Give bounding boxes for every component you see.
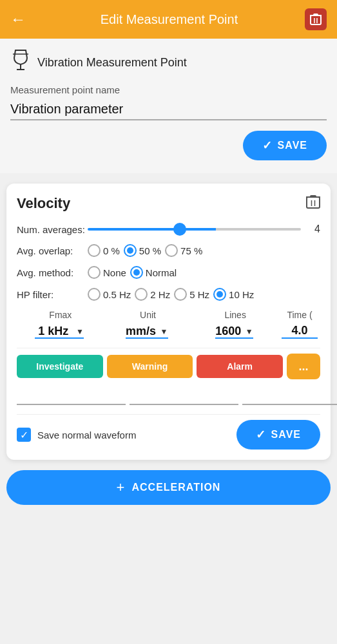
avg-method-radio-group: None Normal	[88, 266, 177, 279]
header: ← Edit Measurement Point	[0, 0, 337, 39]
warning-field[interactable]	[130, 386, 238, 405]
table-header-row: Fmax Unit Lines Time (	[17, 310, 320, 320]
col-header-fmax: Fmax	[17, 310, 104, 320]
hp-filter-row: HP filter: 0.5 Hz 2 Hz 5 Hz 10 Hz	[17, 288, 320, 301]
avg-overlap-radio-group: 0 % 50 % 75 %	[88, 244, 202, 257]
lines-select[interactable]: 800 1600 3200 6400	[215, 325, 253, 339]
card-delete-button[interactable]	[306, 194, 320, 213]
hp-filter-radio-group: 0.5 Hz 2 Hz 5 Hz 10 Hz	[88, 288, 254, 301]
fmax-dropdown-wrapper: 500 Hz 1 kHz 2 kHz 5 kHz ▼	[35, 325, 84, 339]
card-save-label: SAVE	[271, 429, 301, 440]
unit-cell: mm/s g in/s ▼	[104, 325, 189, 339]
avg-method-row: Avg. method: None Normal	[17, 266, 320, 279]
num-averages-value: 4	[307, 223, 320, 235]
dropdown-row: 500 Hz 1 kHz 2 kHz 5 kHz ▼ mm/s g in/s ▼	[17, 324, 320, 339]
avg-overlap-75[interactable]: 75 %	[165, 244, 202, 257]
add-acceleration-button[interactable]: + ACCELERATION	[6, 470, 331, 505]
card-header: Velocity	[17, 194, 320, 213]
hp-filter-0.5hz[interactable]: 0.5 Hz	[88, 288, 131, 301]
measurement-name-input[interactable]	[10, 99, 327, 120]
avg-overlap-0-circle	[88, 244, 101, 257]
hp-filter-0.5hz-circle	[88, 288, 101, 301]
avg-overlap-50[interactable]: 50 %	[124, 244, 161, 257]
time-input[interactable]	[282, 324, 318, 339]
num-averages-slider[interactable]	[88, 228, 301, 231]
avg-method-none-label: None	[103, 267, 126, 278]
save-waveform-checkbox[interactable]: ✓	[17, 428, 31, 442]
hp-filter-5hz[interactable]: 5 Hz	[174, 288, 209, 301]
lines-cell: 800 1600 3200 6400 ▼	[191, 325, 276, 339]
svg-rect-0	[311, 15, 321, 24]
unit-dropdown-wrapper: mm/s g in/s ▼	[126, 325, 168, 339]
investigate-button[interactable]: Investigate	[17, 355, 103, 378]
top-save-button[interactable]: ✓ SAVE	[243, 131, 327, 160]
measurement-type-label: Vibration Measurement Point	[37, 56, 187, 70]
hp-filter-10hz-circle	[213, 288, 226, 301]
alarm-button[interactable]: Alarm	[197, 355, 283, 378]
alarm-buttons-row: Investigate Warning Alarm ...	[17, 354, 320, 379]
hp-filter-10hz-label: 10 Hz	[229, 289, 254, 300]
time-cell	[279, 324, 320, 339]
num-averages-row: Num. averages: 4	[17, 223, 320, 235]
fmax-cell: 500 Hz 1 kHz 2 kHz 5 kHz ▼	[17, 325, 102, 339]
divider	[17, 348, 320, 348]
alarm-field[interactable]	[242, 386, 337, 405]
checkbox-check-icon: ✓	[20, 429, 28, 441]
col-header-unit: Unit	[104, 310, 192, 320]
hp-filter-5hz-circle	[174, 288, 187, 301]
avg-overlap-50-circle	[124, 244, 137, 257]
measurement-type-row: Vibration Measurement Point	[10, 49, 327, 77]
num-averages-slider-container: 4	[88, 223, 320, 235]
avg-overlap-75-circle	[165, 244, 178, 257]
warning-button[interactable]: Warning	[107, 355, 193, 378]
avg-method-label: Avg. method:	[17, 267, 88, 278]
avg-method-normal-label: Normal	[146, 267, 177, 278]
checkbox-group: ✓ Save normal waveform	[17, 428, 136, 442]
alarm-more-label: ...	[299, 360, 309, 374]
avg-overlap-0[interactable]: 0 %	[88, 244, 120, 257]
back-button[interactable]: ←	[10, 10, 26, 28]
save-waveform-label: Save normal waveform	[37, 430, 136, 440]
card-save-button[interactable]: ✓ SAVE	[236, 420, 320, 450]
investigate-field[interactable]	[17, 386, 126, 405]
card-save-check-icon: ✓	[256, 428, 266, 442]
velocity-card: Velocity Num. averages: 4 Avg. overlap: …	[6, 184, 331, 460]
header-delete-button[interactable]	[305, 8, 327, 30]
col-header-time: Time (	[279, 310, 320, 320]
avg-overlap-label: Avg. overlap:	[17, 245, 88, 256]
avg-overlap-75-label: 75 %	[180, 245, 202, 256]
num-averages-label: Num. averages:	[17, 224, 88, 235]
avg-method-none-circle	[88, 266, 101, 279]
unit-select[interactable]: mm/s g in/s	[126, 325, 168, 339]
card-title: Velocity	[17, 195, 70, 212]
hp-filter-2hz[interactable]: 2 Hz	[135, 288, 170, 301]
alarm-more-button[interactable]: ...	[287, 354, 320, 379]
hp-filter-5hz-label: 5 Hz	[189, 289, 209, 300]
checkbox-save-row: ✓ Save normal waveform ✓ SAVE	[17, 420, 320, 450]
top-section: Vibration Measurement Point Measurement …	[0, 39, 337, 173]
alarm-fields-row	[17, 386, 320, 405]
top-save-label: SAVE	[278, 140, 307, 151]
avg-method-normal[interactable]: Normal	[130, 266, 177, 279]
hp-filter-2hz-label: 2 Hz	[150, 289, 170, 300]
col-header-lines: Lines	[191, 310, 279, 320]
field-label: Measurement point name	[10, 84, 327, 95]
avg-overlap-0-label: 0 %	[103, 245, 120, 256]
divider-2	[17, 414, 320, 415]
add-acceleration-label: ACCELERATION	[131, 482, 220, 493]
hp-filter-10hz[interactable]: 10 Hz	[213, 288, 254, 301]
avg-overlap-row: Avg. overlap: 0 % 50 % 75 %	[17, 244, 320, 257]
avg-method-normal-circle	[130, 266, 143, 279]
add-icon: +	[117, 479, 126, 496]
hp-filter-2hz-circle	[135, 288, 148, 301]
hp-filter-label: HP filter:	[17, 289, 88, 300]
avg-method-none[interactable]: None	[88, 266, 126, 279]
avg-overlap-50-label: 50 %	[139, 245, 161, 256]
lines-dropdown-wrapper: 800 1600 3200 6400 ▼	[215, 325, 253, 339]
page-title: Edit Measurement Point	[34, 12, 305, 27]
hp-filter-0.5hz-label: 0.5 Hz	[103, 289, 131, 300]
fmax-select[interactable]: 500 Hz 1 kHz 2 kHz 5 kHz	[35, 325, 84, 339]
measurement-type-icon	[10, 49, 31, 77]
svg-rect-7	[307, 197, 320, 208]
top-save-check-icon: ✓	[262, 138, 273, 153]
